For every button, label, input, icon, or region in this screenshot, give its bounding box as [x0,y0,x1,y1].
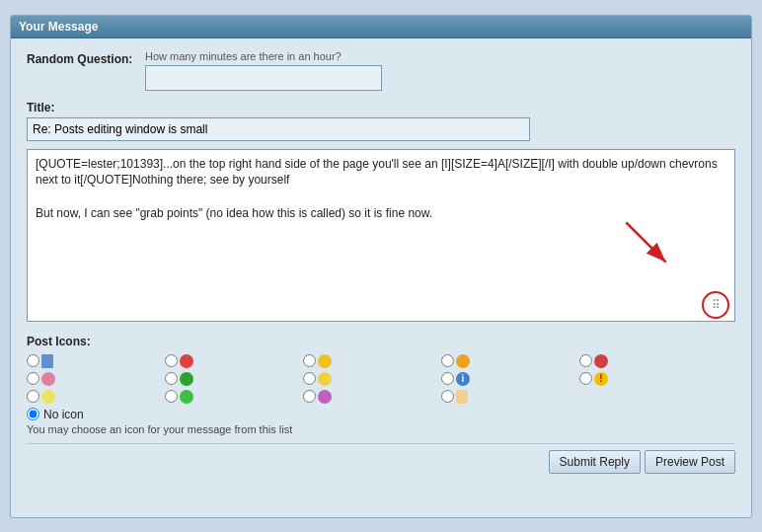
icon-radio-redface[interactable] [165,354,178,367]
title-row: Title: [27,101,735,141]
footer-buttons: Submit Reply Preview Post [27,443,735,476]
green-icon [180,390,193,404]
icon-radio-smiley[interactable] [303,354,316,367]
preview-post-button[interactable]: Preview Post [645,450,735,474]
icon-cell-mad [579,352,718,370]
doc-icon [41,354,53,368]
light-icon [41,390,55,404]
icon-cell-redface [165,352,303,370]
hand-icon [456,390,468,404]
blush-icon [41,372,55,386]
random-question-input[interactable] [145,65,382,91]
icons-grid: i ! [27,352,735,406]
smiley-icon [318,354,332,368]
message-area-container: [QUOTE=lester;101393]...on the top right… [27,149,735,325]
submit-reply-button[interactable]: Submit Reply [549,450,641,474]
icon-radio-green[interactable] [165,390,178,403]
title-input[interactable] [27,117,530,141]
your-message-panel: Your Message Random Question: How many m… [10,15,752,518]
random-question-row: Random Question: How many minutes are th… [27,50,735,91]
icon-cell-wink [303,370,441,388]
post-icons-section: Post Icons: [27,335,735,435]
icon-radio-none[interactable] [27,408,39,420]
panel-header: Your Message [11,16,751,38]
icon-cell-frown [441,352,579,370]
icon-radio-blush[interactable] [27,372,39,385]
resize-arrow [622,218,681,277]
icon-cell-light [27,388,165,406]
icon-radio-info[interactable] [441,372,454,385]
cool-icon [180,372,193,386]
icon-cell-smiley [303,352,441,370]
resize-indicator: ⠿ [702,291,729,319]
icon-cell-cool [165,370,303,388]
icon-cell-green [165,388,303,406]
mad-icon [594,354,608,368]
icon-cell-blush [27,370,165,388]
info-icon: i [456,372,470,386]
redface-icon [180,354,193,368]
post-icons-label: Post Icons: [27,335,735,348]
panel-title: Your Message [19,20,98,34]
icon-radio-wink[interactable] [303,372,316,385]
random-question-hint: How many minutes are there in an hour? [145,50,735,62]
icon-cell-purple [303,388,441,406]
icon-radio-cool[interactable] [165,372,178,385]
icon-hint: You may choose an icon for your message … [27,423,735,435]
icon-radio-doc[interactable] [27,354,39,367]
icon-cell-warn: ! [579,370,718,388]
title-label: Title: [27,101,735,114]
random-question-field: How many minutes are there in an hour? [145,50,735,91]
frown-icon [456,354,470,368]
warn-icon: ! [594,372,608,386]
icon-radio-light[interactable] [27,390,39,403]
icon-cell-hand [441,388,579,406]
wink-icon [318,372,332,386]
icon-radio-warn[interactable] [579,372,592,385]
icon-radio-hand[interactable] [441,390,454,403]
no-icon-label: No icon [43,408,84,421]
resize-dots-icon: ⠿ [712,299,721,311]
icon-cell-info: i [441,370,579,388]
random-question-label: Random Question: [27,50,145,66]
no-icon-row: No icon [27,408,735,421]
svg-line-1 [626,222,665,262]
icon-radio-frown[interactable] [441,354,454,367]
purple-icon [318,390,332,404]
icon-radio-mad[interactable] [579,354,592,367]
icon-radio-purple[interactable] [303,390,316,403]
icon-cell-doc [27,352,165,370]
